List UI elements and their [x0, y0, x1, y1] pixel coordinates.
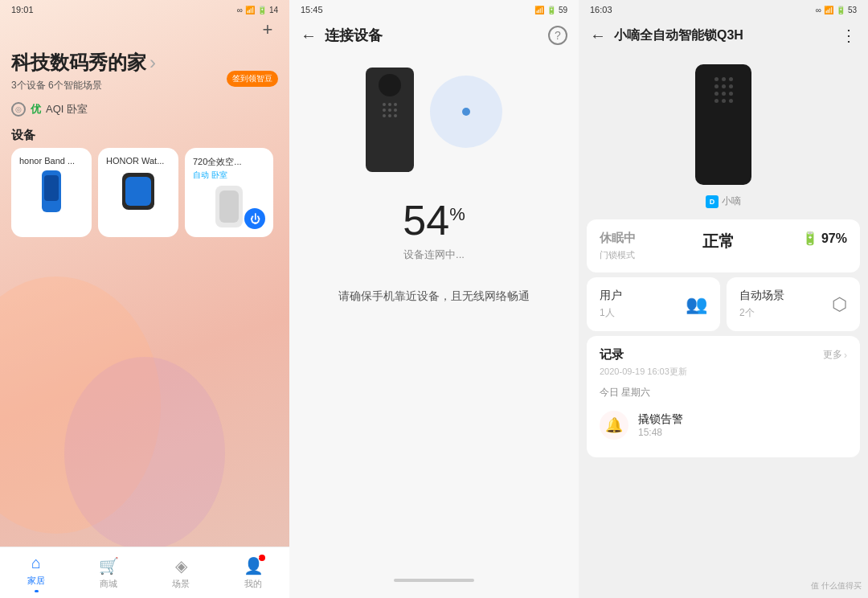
scene-nav-icon: ◈ — [175, 556, 187, 575]
panel2-status-bar: 15:45 📶 🔋 59 — [289, 0, 579, 19]
device-card-band[interactable]: honor Band ... — [11, 148, 92, 237]
panel1-header: + — [0, 19, 289, 47]
home-nav-icon: ⌂ — [31, 554, 41, 572]
battery-value: 97% — [821, 231, 847, 246]
more-menu-button[interactable]: ⋮ — [841, 26, 857, 45]
user-card[interactable]: 用户 1人 👥 — [587, 277, 720, 331]
nav-scene[interactable]: ◈ 场景 — [145, 547, 217, 598]
progress-label: 设备连网中... — [403, 248, 465, 262]
nav-shop[interactable]: 🛒 商城 — [72, 547, 145, 598]
connecting-animation — [430, 76, 502, 148]
panel2-content: 54% 设备连网中... 请确保手机靠近设备，且无线网络畅通 — [289, 51, 579, 579]
records-updated-date: 2020-09-19 16:03更新 — [600, 366, 847, 378]
aqi-icon: ◎ — [11, 102, 26, 117]
mine-nav-icon: 👤· — [244, 556, 264, 575]
brand-name: 小嘀 — [722, 195, 741, 208]
records-header: 记录 更多 › — [600, 347, 847, 362]
aqi-suffix: AQI 卧室 — [46, 102, 88, 117]
brand-icon: D — [706, 195, 719, 208]
panel2-header: ← 连接设备 ? — [289, 19, 579, 51]
records-title: 记录 — [600, 347, 624, 362]
scene-card-content: 自动场景 2个 — [739, 289, 784, 320]
device-card-purifier[interactable]: 720全效空... 自动 卧室 ⏻ — [185, 148, 273, 237]
add-button[interactable]: + — [257, 19, 278, 40]
panel3-status-bar: 16:03 ∞ 📶 🔋 53 — [579, 0, 868, 19]
panel1-home: 19:01 ∞ 📶 🔋 14 + 科技数码秀的家 › 3个设备 6个智能场景 签… — [0, 0, 289, 598]
user-card-count: 1人 — [600, 306, 622, 320]
lock-connecting-area — [366, 68, 502, 172]
device-sub-purifier: 自动 卧室 — [193, 170, 265, 181]
user-card-content: 用户 1人 — [600, 289, 622, 320]
device-name-purifier: 720全效空... — [193, 156, 265, 168]
help-button[interactable]: ? — [548, 26, 567, 45]
battery-icon: 🔋 — [802, 231, 818, 246]
record-details: 撬锁告警 15:48 — [638, 412, 683, 438]
record-name: 撬锁告警 — [638, 412, 683, 427]
panel2-back-button[interactable]: ← — [301, 27, 317, 45]
panel3-back-button[interactable]: ← — [590, 27, 606, 45]
sleep-status: 休眠中 门锁模式 — [600, 231, 636, 261]
normal-value: 正常 — [702, 231, 735, 252]
purifier-icon — [215, 186, 243, 227]
progress-hint: 请确保手机靠近设备，且无线网络畅通 — [338, 289, 530, 304]
scene-card-icon: ⬡ — [832, 294, 847, 315]
lock3-keypad — [714, 77, 733, 103]
nav-home[interactable]: ⌂ 家居 — [0, 547, 72, 598]
aqi-label: 优 — [31, 102, 41, 117]
nav-shop-label: 商城 — [100, 578, 117, 590]
panel3-scroll: 16:03 ∞ 📶 🔋 53 ← 小嘀全自动智能锁Q3H ⋮ — [579, 0, 868, 598]
lock-keypad — [383, 103, 397, 117]
bottom-nav: ⌂ 家居 🛒 商城 ◈ 场景 👤· 我的 — [0, 547, 289, 598]
device-name-watch: HONOR Wat... — [106, 156, 170, 166]
lock3-device-image — [695, 64, 751, 185]
panel3-title: 小嘀全自动智能锁Q3H — [614, 27, 841, 44]
info-cards-grid: 用户 1人 👥 自动场景 2个 ⬡ — [587, 277, 860, 331]
lock-device-image — [366, 68, 414, 172]
deco-circle1 — [0, 276, 161, 534]
panel3-time: 16:03 — [590, 5, 612, 14]
band-icon — [42, 170, 61, 212]
panel2-title: 连接设备 — [325, 26, 548, 45]
scene-card-title: 自动场景 — [739, 289, 784, 303]
progress-section: 54% 设备连网中... — [403, 196, 465, 262]
aqi-row: ◎ 优 AQI 卧室 — [0, 94, 289, 121]
lingdou-badge[interactable]: 签到领智豆 — [227, 71, 278, 87]
device-name-band: honor Band ... — [19, 156, 84, 166]
lock-status-card: 休眠中 门锁模式 正常 🔋 97% — [587, 219, 860, 272]
alert-icon: 🔔 — [600, 411, 628, 440]
scene-card[interactable]: 自动场景 2个 ⬡ — [727, 277, 860, 331]
panel1-time: 19:01 — [11, 5, 34, 14]
connecting-dot — [462, 108, 470, 116]
nav-active-dot — [35, 590, 39, 592]
nav-home-label: 家居 — [27, 575, 45, 587]
panel2-time: 15:45 — [301, 5, 323, 14]
bottom-indicator — [394, 579, 474, 582]
panel1-status-bar: 19:01 ∞ 📶 🔋 14 — [0, 0, 289, 19]
device-card-watch[interactable]: HONOR Wat... — [98, 148, 178, 237]
panel1-status-icons: ∞ 📶 🔋 14 — [237, 6, 278, 14]
watermark: 值 什么值得买 — [811, 580, 862, 592]
devices-label: 设备 — [0, 121, 289, 148]
user-card-icon: 👥 — [686, 294, 707, 315]
device-img-band — [19, 170, 84, 212]
battery-status: 🔋 97% — [802, 231, 847, 246]
device-img-watch — [106, 170, 170, 212]
power-button[interactable]: ⏻ — [244, 208, 265, 229]
nav-scene-label: 场景 — [172, 578, 190, 590]
deco-circle2 — [64, 357, 225, 550]
panel2-bottom — [289, 579, 579, 598]
records-more-button[interactable]: 更多 › — [823, 348, 847, 362]
user-card-title: 用户 — [600, 289, 622, 303]
nav-mine-label: 我的 — [244, 578, 262, 590]
sleep-value: 休眠中 — [600, 231, 636, 246]
brand-row: D 小嘀 — [579, 191, 868, 215]
lock-top-circle — [379, 74, 401, 96]
nav-mine[interactable]: 👤· 我的 — [217, 547, 289, 598]
shop-nav-icon: 🛒 — [99, 556, 119, 575]
panel2-connect: 15:45 📶 🔋 59 ← 连接设备 ? — [289, 0, 579, 598]
progress-value: 54% — [403, 196, 465, 244]
watch-icon — [122, 173, 154, 210]
panel2-status-icons: 📶 🔋 59 — [534, 6, 567, 14]
record-time: 15:48 — [638, 427, 683, 438]
records-section-date: 今日 星期六 — [600, 386, 847, 399]
